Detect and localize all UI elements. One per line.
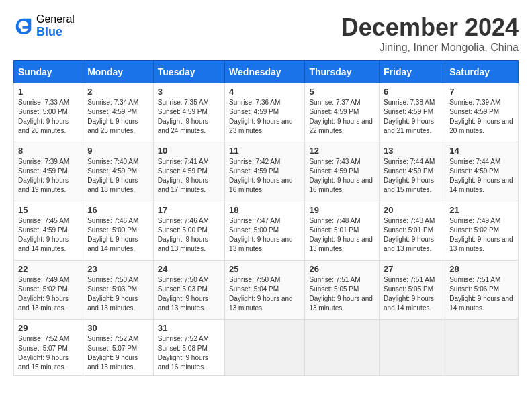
day-number: 31 — [158, 323, 220, 333]
col-tuesday: Tuesday — [153, 61, 224, 83]
day-info: Sunrise: 7:39 AM Sunset: 4:59 PM Dayligh… — [449, 98, 514, 136]
day-info: Sunrise: 7:37 AM Sunset: 4:59 PM Dayligh… — [309, 98, 375, 136]
day-number: 12 — [309, 146, 375, 156]
day-number: 21 — [449, 205, 514, 215]
table-row: 17 Sunrise: 7:46 AM Sunset: 5:00 PM Dayl… — [153, 201, 224, 261]
table-row: 27 Sunrise: 7:51 AM Sunset: 5:05 PM Dayl… — [380, 261, 445, 320]
day-number: 18 — [229, 205, 300, 215]
table-row: 13 Sunrise: 7:44 AM Sunset: 4:59 PM Dayl… — [380, 142, 445, 201]
table-row: 3 Sunrise: 7:35 AM Sunset: 4:59 PM Dayli… — [153, 83, 224, 142]
col-thursday: Thursday — [305, 61, 380, 83]
table-row — [445, 320, 519, 376]
day-number: 24 — [158, 264, 220, 274]
day-number: 15 — [18, 205, 79, 215]
header: General Blue December 2024 Jining, Inner… — [13, 13, 519, 54]
table-row: 9 Sunrise: 7:40 AM Sunset: 4:59 PM Dayli… — [83, 142, 154, 201]
table-row — [380, 320, 445, 376]
table-row: 29 Sunrise: 7:52 AM Sunset: 5:07 PM Dayl… — [14, 320, 83, 376]
day-number: 11 — [229, 146, 300, 156]
day-number: 5 — [309, 87, 375, 97]
table-row: 31 Sunrise: 7:52 AM Sunset: 5:08 PM Dayl… — [153, 320, 224, 376]
table-row: 23 Sunrise: 7:50 AM Sunset: 5:03 PM Dayl… — [83, 261, 154, 320]
day-info: Sunrise: 7:50 AM Sunset: 5:04 PM Dayligh… — [229, 275, 300, 313]
day-info: Sunrise: 7:46 AM Sunset: 5:00 PM Dayligh… — [87, 216, 149, 254]
day-number: 3 — [158, 87, 220, 97]
table-row: 30 Sunrise: 7:52 AM Sunset: 5:07 PM Dayl… — [83, 320, 154, 376]
day-info: Sunrise: 7:35 AM Sunset: 4:59 PM Dayligh… — [158, 98, 220, 136]
table-row: 20 Sunrise: 7:48 AM Sunset: 5:01 PM Dayl… — [380, 201, 445, 261]
day-info: Sunrise: 7:36 AM Sunset: 4:59 PM Dayligh… — [229, 98, 300, 136]
day-info: Sunrise: 7:48 AM Sunset: 5:01 PM Dayligh… — [384, 216, 441, 254]
table-row: 25 Sunrise: 7:50 AM Sunset: 5:04 PM Dayl… — [225, 261, 305, 320]
day-info: Sunrise: 7:44 AM Sunset: 4:59 PM Dayligh… — [384, 157, 441, 195]
day-info: Sunrise: 7:44 AM Sunset: 4:59 PM Dayligh… — [449, 157, 514, 195]
day-number: 30 — [87, 323, 149, 333]
table-row: 8 Sunrise: 7:39 AM Sunset: 4:59 PM Dayli… — [14, 142, 83, 201]
day-number: 26 — [309, 264, 375, 274]
table-row: 1 Sunrise: 7:33 AM Sunset: 5:00 PM Dayli… — [14, 83, 83, 142]
table-row: 15 Sunrise: 7:45 AM Sunset: 4:59 PM Dayl… — [14, 201, 83, 261]
col-friday: Friday — [380, 61, 445, 83]
table-row: 14 Sunrise: 7:44 AM Sunset: 4:59 PM Dayl… — [445, 142, 519, 201]
table-row: 26 Sunrise: 7:51 AM Sunset: 5:05 PM Dayl… — [305, 261, 380, 320]
logo-text: General Blue — [36, 13, 75, 38]
title-section: December 2024 Jining, Inner Mongolia, Ch… — [341, 13, 519, 54]
day-number: 22 — [18, 264, 79, 274]
day-number: 23 — [87, 264, 149, 274]
col-wednesday: Wednesday — [225, 61, 305, 83]
logo-icon — [13, 16, 34, 36]
table-row: 11 Sunrise: 7:42 AM Sunset: 4:59 PM Dayl… — [225, 142, 305, 201]
col-sunday: Sunday — [14, 61, 83, 83]
day-number: 13 — [384, 146, 441, 156]
day-number: 17 — [158, 205, 220, 215]
table-row — [305, 320, 380, 376]
day-info: Sunrise: 7:50 AM Sunset: 5:03 PM Dayligh… — [87, 275, 149, 313]
day-info: Sunrise: 7:50 AM Sunset: 5:03 PM Dayligh… — [158, 275, 220, 313]
day-info: Sunrise: 7:45 AM Sunset: 4:59 PM Dayligh… — [18, 216, 79, 254]
month-title: December 2024 — [341, 13, 519, 42]
day-number: 16 — [87, 205, 149, 215]
table-row: 12 Sunrise: 7:43 AM Sunset: 4:59 PM Dayl… — [305, 142, 380, 201]
day-info: Sunrise: 7:52 AM Sunset: 5:07 PM Dayligh… — [87, 334, 149, 372]
day-info: Sunrise: 7:52 AM Sunset: 5:08 PM Dayligh… — [158, 334, 220, 372]
day-number: 27 — [384, 264, 441, 274]
table-row: 7 Sunrise: 7:39 AM Sunset: 4:59 PM Dayli… — [445, 83, 519, 142]
day-info: Sunrise: 7:40 AM Sunset: 4:59 PM Dayligh… — [87, 157, 149, 195]
calendar-table: Sunday Monday Tuesday Wednesday Thursday… — [13, 60, 519, 376]
logo-general: General — [36, 13, 75, 26]
day-number: 1 — [18, 87, 79, 97]
table-row: 5 Sunrise: 7:37 AM Sunset: 4:59 PM Dayli… — [305, 83, 380, 142]
day-info: Sunrise: 7:49 AM Sunset: 5:02 PM Dayligh… — [18, 275, 79, 313]
day-info: Sunrise: 7:34 AM Sunset: 4:59 PM Dayligh… — [87, 98, 149, 136]
day-info: Sunrise: 7:51 AM Sunset: 5:05 PM Dayligh… — [309, 275, 375, 313]
table-row: 10 Sunrise: 7:41 AM Sunset: 4:59 PM Dayl… — [153, 142, 224, 201]
day-number: 14 — [449, 146, 514, 156]
day-number: 6 — [384, 87, 441, 97]
day-info: Sunrise: 7:46 AM Sunset: 5:00 PM Dayligh… — [158, 216, 220, 254]
day-number: 10 — [158, 146, 220, 156]
day-info: Sunrise: 7:43 AM Sunset: 4:59 PM Dayligh… — [309, 157, 375, 195]
day-number: 9 — [87, 146, 149, 156]
day-info: Sunrise: 7:38 AM Sunset: 4:59 PM Dayligh… — [384, 98, 441, 136]
day-info: Sunrise: 7:51 AM Sunset: 5:06 PM Dayligh… — [449, 275, 514, 313]
table-row: 21 Sunrise: 7:49 AM Sunset: 5:02 PM Dayl… — [445, 201, 519, 261]
col-saturday: Saturday — [445, 61, 519, 83]
day-info: Sunrise: 7:47 AM Sunset: 5:00 PM Dayligh… — [229, 216, 300, 254]
day-number: 28 — [449, 264, 514, 274]
day-number: 29 — [18, 323, 79, 333]
logo: General Blue — [13, 13, 75, 38]
day-info: Sunrise: 7:48 AM Sunset: 5:01 PM Dayligh… — [309, 216, 375, 254]
day-number: 4 — [229, 87, 300, 97]
logo-blue: Blue — [36, 26, 75, 39]
day-number: 19 — [309, 205, 375, 215]
header-row: Sunday Monday Tuesday Wednesday Thursday… — [14, 61, 519, 83]
day-number: 20 — [384, 205, 441, 215]
day-info: Sunrise: 7:51 AM Sunset: 5:05 PM Dayligh… — [384, 275, 441, 313]
table-row: 18 Sunrise: 7:47 AM Sunset: 5:00 PM Dayl… — [225, 201, 305, 261]
table-row: 28 Sunrise: 7:51 AM Sunset: 5:06 PM Dayl… — [445, 261, 519, 320]
table-row: 2 Sunrise: 7:34 AM Sunset: 4:59 PM Dayli… — [83, 83, 154, 142]
table-row: 6 Sunrise: 7:38 AM Sunset: 4:59 PM Dayli… — [380, 83, 445, 142]
day-number: 2 — [87, 87, 149, 97]
table-row: 24 Sunrise: 7:50 AM Sunset: 5:03 PM Dayl… — [153, 261, 224, 320]
table-row: 16 Sunrise: 7:46 AM Sunset: 5:00 PM Dayl… — [83, 201, 154, 261]
